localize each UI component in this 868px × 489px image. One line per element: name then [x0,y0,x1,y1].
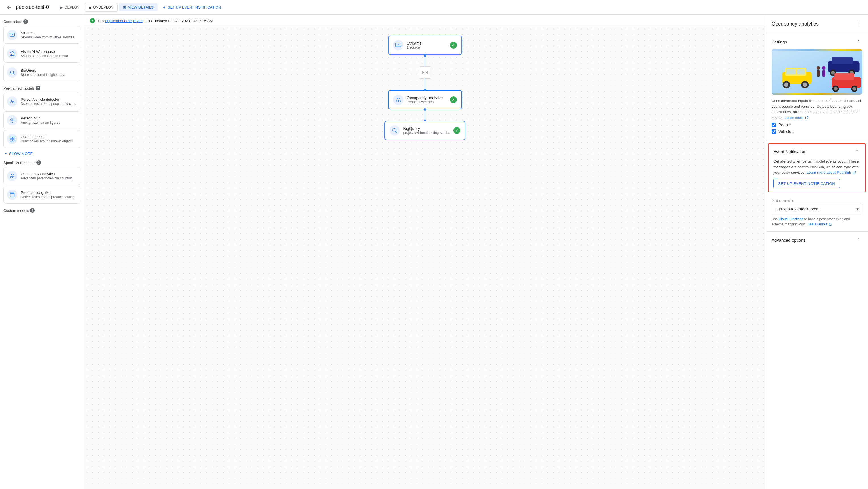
svg-rect-46 [817,70,820,77]
blur-icon [7,115,17,125]
connector-line-3 [425,110,425,121]
object-detector-info: Object detector Draw boxes around known … [21,135,73,143]
specialized-help-icon[interactable]: ? [36,160,41,165]
svg-rect-32 [797,69,805,75]
more-options-button[interactable]: ⋮ [853,19,862,28]
connectors-title: Connectors ? [3,19,81,24]
cloud-functions-link[interactable]: Cloud Functions [779,217,803,221]
settings-section: Settings ⌃ [766,33,868,141]
streams-check-icon [450,42,457,49]
streams-icon [7,30,17,40]
svg-rect-11 [12,137,14,139]
show-more-button[interactable]: SHOW MORE [3,149,81,158]
connector-person-blur[interactable]: Person blur Anonymize human figures [3,112,81,129]
connectors-help-icon[interactable]: ? [23,19,28,24]
undeploy-icon: ■ [89,5,91,10]
bigquery-flow-icon [390,125,400,135]
custom-title: Custom models ? [3,208,81,213]
bigquery-icon [7,67,17,78]
back-button[interactable] [5,3,14,12]
post-processing-select-wrapper: pub-sub-test-mock-eventoption-2option-3 … [772,204,862,214]
people-checkbox-row: People [772,123,862,127]
see-example-link[interactable]: See example [807,222,827,226]
setup-event-button[interactable]: SET UP EVENT NOTIFICATION [773,179,840,188]
connector-product[interactable]: Product recognizer Detect items from a p… [3,186,81,204]
settings-collapse-button[interactable]: ⌃ [854,38,862,46]
preview-image [772,49,862,95]
custom-help-icon[interactable]: ? [30,208,35,213]
settings-title: Settings [772,39,787,44]
people-label[interactable]: People [778,123,791,127]
intermediate-node [419,66,431,79]
learn-more-link[interactable]: Learn more [785,116,803,120]
bigquery-flow-info: BigQuery projects/visionai-testing-stabl… [403,126,450,135]
svg-marker-1 [12,34,13,35]
svg-rect-40 [834,73,854,80]
connector-streams[interactable]: Streams Stream video from multiple sourc… [3,26,81,44]
occupancy-flow-info: Occupancy analytics People + vehicles [407,95,443,104]
svg-rect-7 [12,102,14,103]
status-text: This application is deployed . Last upda… [97,19,213,23]
vehicles-checkbox-row: Vehicles [772,129,862,134]
post-processing-select[interactable]: pub-sub-test-mock-eventoption-2option-3 [772,204,862,214]
warehouse-info: Vision AI Warehouse Assets stored on Goo… [21,50,68,58]
occupancy-check-icon [450,96,457,103]
bigquery-info: BigQuery Store structured insights data [21,68,65,77]
occupancy-flow-icon [393,95,403,105]
post-processing-section: Post-processing pub-sub-test-mock-evento… [766,194,868,232]
svg-point-47 [822,66,825,70]
deploy-button[interactable]: ▶ DEPLOY [56,3,84,11]
app-title: pub-sub-test-0 [16,4,49,10]
svg-rect-13 [12,139,14,141]
svg-marker-18 [398,44,399,46]
advanced-title: Advanced options [772,238,805,243]
connector-occupancy[interactable]: Occupancy analytics Advanced person/vehi… [3,167,81,185]
connector-bigquery[interactable]: BigQuery Store structured insights data [3,64,81,81]
pretrained-help-icon[interactable]: ? [36,86,40,90]
connector-line-2 [425,79,425,90]
pubsub-learn-more-link[interactable]: Learn more about Pub/Sub [807,170,851,175]
event-description: Get alerted when certain model events oc… [773,159,861,176]
svg-rect-12 [10,139,12,141]
warehouse-icon [7,49,17,59]
deployed-link[interactable]: application is deployed [105,19,143,23]
svg-point-28 [784,83,788,87]
sidebar: Connectors ? Streams Stream video from m… [0,15,84,489]
object-detector-icon [7,134,17,144]
view-details-button[interactable]: ⊞ VIEW DETAILS [119,3,157,11]
event-collapse-button[interactable]: ⌃ [852,147,861,155]
undeploy-button[interactable]: ■ UNDEPLOY [85,3,118,12]
vehicles-label[interactable]: Vehicles [778,129,793,134]
topbar: pub-sub-test-0 ▶ DEPLOY ■ UNDEPLOY ⊞ VIE… [0,0,868,15]
vehicles-checkbox[interactable] [772,129,776,134]
model-description: Uses advanced inputs like zones or lines… [772,98,862,120]
streams-flow-icon [393,40,403,50]
post-processing-description: Use Cloud Functions to handle post-proce… [772,217,862,227]
svg-point-45 [816,66,820,70]
occupancy-flow-node[interactable]: Occupancy analytics People + vehicles [388,90,462,110]
person-vehicle-icon [7,96,17,106]
streams-flow-info: Streams 1 source [407,41,422,50]
event-notification-section: Event Notification ⌃ Get alerted when ce… [768,143,866,192]
svg-line-5 [13,73,14,75]
svg-rect-3 [12,54,13,56]
streams-flow-node[interactable]: Streams 1 source [388,35,462,55]
person-blur-info: Person blur Anonymize human figures [21,116,60,124]
svg-rect-48 [822,70,825,77]
bigquery-flow-node[interactable]: BigQuery projects/visionai-testing-stabl… [384,121,465,140]
advanced-collapse-button[interactable]: ⌃ [854,236,862,244]
canvas-area: This application is deployed . Last upda… [84,15,766,489]
svg-point-14 [11,174,12,175]
connector-warehouse[interactable]: Vision AI Warehouse Assets stored on Goo… [3,45,81,63]
connector-person-vehicle[interactable]: Person/vehicle detector Draw boxes aroun… [3,93,81,110]
advanced-section: Advanced options ⌃ [766,232,868,249]
status-indicator [90,18,95,23]
advanced-header: Advanced options ⌃ [772,236,862,244]
svg-rect-34 [832,57,853,64]
setup-event-topbar-button[interactable]: ✦ SET UP EVENT NOTIFICATION [159,3,225,11]
connector-object-detector[interactable]: Object detector Draw boxes around known … [3,130,81,148]
occupancy-icon [7,171,17,181]
panel-header: Occupancy analytics ⋮ [766,15,868,33]
event-header: Event Notification ⌃ [773,147,861,155]
people-checkbox[interactable] [772,123,776,127]
